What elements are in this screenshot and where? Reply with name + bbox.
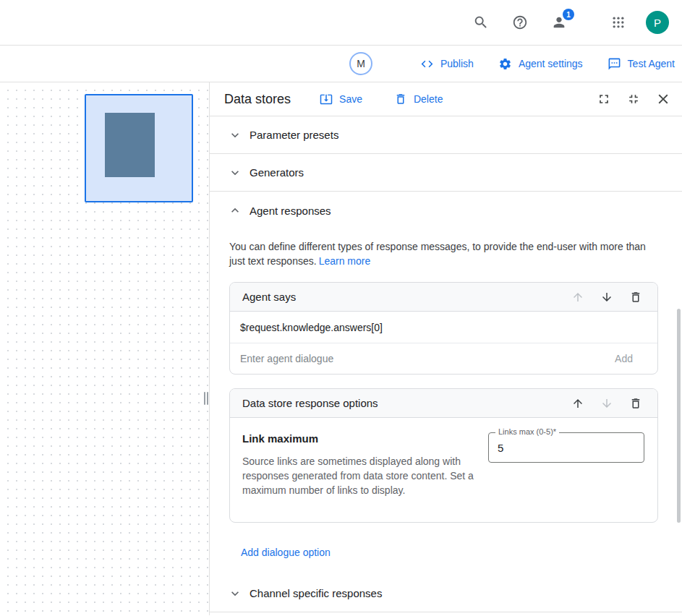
card-actions: [569, 288, 644, 306]
move-down-icon: [598, 395, 615, 412]
fullscreen-icon[interactable]: [595, 90, 613, 108]
link-maximum-text: Link maximum Source links are sometimes …: [242, 432, 481, 497]
panel-resize-handle[interactable]: [204, 392, 208, 405]
panel-scrollbar[interactable]: [677, 309, 681, 523]
section-generators[interactable]: Generators: [210, 154, 682, 192]
flow-node-selected[interactable]: [85, 94, 193, 202]
notification-badge: 1: [563, 9, 574, 20]
links-max-label: Links max (0-5)*: [495, 427, 559, 436]
section-parameter-presets[interactable]: Parameter presets: [210, 116, 682, 154]
data-store-options-card: Data store response options: [229, 388, 658, 523]
section-label: Generators: [250, 166, 304, 179]
save-icon: [320, 93, 333, 106]
panel-header: Data stores Save Delete: [210, 82, 682, 116]
app-root: 1 P M Publish Agent settings Test Agent: [0, 0, 682, 615]
link-maximum-section: Link maximum Source links are sometimes …: [230, 418, 657, 522]
move-up-icon: [569, 288, 587, 306]
add-dialogue-option-button[interactable]: Add dialogue option: [241, 547, 331, 558]
section-label: Channel specific responses: [250, 587, 382, 599]
card-actions: [569, 395, 644, 412]
flow-canvas[interactable]: [0, 82, 210, 615]
publish-button[interactable]: Publish: [420, 57, 474, 71]
flow-node-preview: [105, 113, 155, 177]
card-title: Agent says: [242, 291, 296, 303]
agent-says-header: Agent says: [230, 283, 657, 312]
panel-title: Data stores: [224, 92, 291, 107]
test-agent-button[interactable]: Test Agent: [608, 57, 675, 71]
code-icon: [420, 57, 434, 71]
panel-body: Parameter presets Generators Agent respo…: [210, 116, 682, 612]
section-label: Parameter presets: [250, 129, 338, 141]
section-agent-responses[interactable]: Agent responses: [210, 192, 682, 229]
move-down-icon[interactable]: [598, 288, 615, 306]
agent-responses-description: You can define different types of respon…: [229, 239, 652, 268]
move-up-icon[interactable]: [569, 395, 587, 412]
publish-label: Publish: [440, 58, 474, 69]
chevron-up-icon: [228, 203, 242, 218]
agent-dialogue-value[interactable]: $request.knowledge.answers[0]: [230, 312, 657, 343]
agent-toolbar-actions: Publish Agent settings Test Agent: [420, 46, 675, 82]
search-icon[interactable]: [471, 12, 491, 33]
add-button[interactable]: Add: [615, 353, 633, 364]
chat-icon: [608, 57, 621, 71]
gear-icon: [498, 57, 512, 71]
section-label: Agent responses: [250, 205, 331, 217]
apps-grid-icon[interactable]: [608, 12, 628, 33]
test-agent-label: Test Agent: [628, 58, 675, 69]
save-button[interactable]: Save: [320, 93, 362, 106]
agent-settings-button[interactable]: Agent settings: [498, 57, 583, 71]
version-avatar[interactable]: M: [349, 52, 372, 75]
links-max-input[interactable]: [488, 432, 644, 463]
link-maximum-heading: Link maximum: [242, 432, 481, 445]
exit-fullscreen-icon[interactable]: [625, 90, 642, 108]
data-store-options-header: Data store response options: [230, 389, 657, 418]
topbar-actions: 1 P: [471, 11, 669, 34]
chevron-down-icon: [228, 166, 242, 180]
delete-card-icon[interactable]: [627, 288, 644, 306]
section-channel-specific-responses[interactable]: Channel specific responses: [210, 575, 682, 612]
notifications-person-icon[interactable]: 1: [549, 12, 569, 33]
save-label: Save: [339, 93, 362, 105]
agent-dialogue-input-row: Add: [230, 343, 657, 374]
main-area: Data stores Save Delete: [0, 82, 682, 615]
delete-label: Delete: [414, 93, 443, 105]
agent-toolbar: M Publish Agent settings Test Agent: [0, 46, 682, 82]
learn-more-link[interactable]: Learn more: [319, 255, 371, 267]
delete-button[interactable]: Delete: [394, 93, 443, 106]
agent-says-card: Agent says $: [229, 282, 658, 375]
chevron-down-icon: [228, 128, 242, 142]
delete-card-icon[interactable]: [627, 395, 644, 412]
chevron-down-icon: [228, 586, 242, 601]
help-icon[interactable]: [510, 12, 530, 33]
topbar: 1 P: [0, 0, 682, 46]
panel-header-icons: [595, 90, 672, 108]
agent-dialogue-input[interactable]: [240, 353, 606, 364]
card-title: Data store response options: [242, 397, 378, 409]
links-max-field: Links max (0-5)*: [488, 432, 644, 463]
trash-icon: [394, 93, 407, 106]
user-avatar[interactable]: P: [646, 11, 669, 34]
agent-settings-label: Agent settings: [519, 58, 583, 69]
data-stores-panel: Data stores Save Delete: [210, 82, 682, 615]
link-maximum-description: Source links are sometimes displayed alo…: [242, 454, 481, 497]
close-icon[interactable]: [655, 90, 672, 108]
